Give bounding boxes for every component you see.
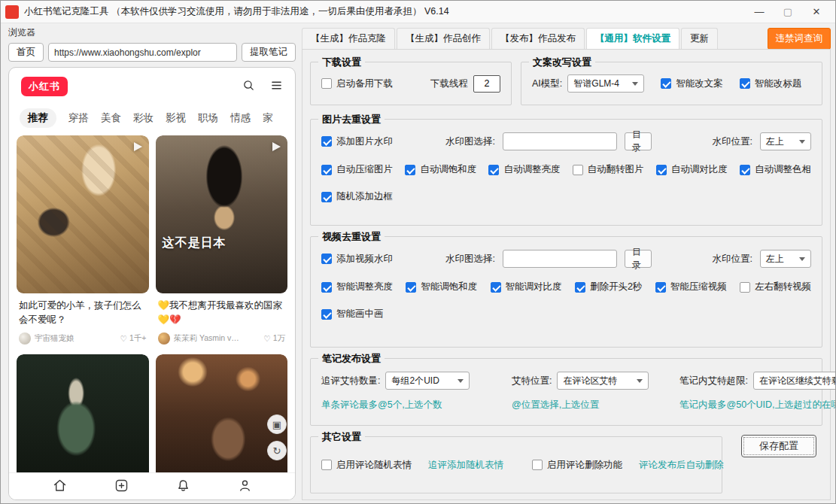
checkbox-random-emoji[interactable]: 启用评论随机表情 [321, 459, 412, 472]
site-tab-career[interactable]: 职场 [198, 111, 218, 125]
close-button[interactable]: ✕ [802, 2, 831, 23]
checkbox-comment-delete[interactable]: 启用评论删除功能 [532, 459, 622, 472]
banned-words-button[interactable]: 违禁词查询 [768, 28, 831, 50]
checkbox-label: 智能改文案 [676, 77, 723, 90]
select-value: 在评论区艾特 [563, 375, 617, 387]
plus-icon[interactable] [114, 478, 129, 496]
checkbox-box [488, 165, 499, 175]
save-config-button[interactable]: 保存配置 [741, 435, 816, 457]
checkbox-smart-saturation[interactable]: 智能调饱和度 [406, 281, 477, 293]
mention-count-select[interactable]: 每组2个UID [385, 372, 470, 390]
site-tab-makeup[interactable]: 彩妆 [133, 111, 154, 125]
like-count[interactable]: ♡ 1万 [263, 333, 285, 344]
video-watermark-dir-button[interactable]: 目录 [625, 250, 652, 268]
group-title: 笔记发布设置 [318, 352, 385, 366]
checkbox-smart-contrast[interactable]: 智能调对比度 [491, 281, 562, 293]
checkbox-smart-compress-video[interactable]: 智能压缩视频 [655, 281, 727, 293]
note-image: 这不是日本 [156, 135, 288, 293]
checkbox-box [321, 460, 332, 470]
checkbox-auto-compress-image[interactable]: 自动压缩图片 [321, 163, 393, 176]
site-tab-home[interactable]: 家 [263, 111, 273, 125]
checkbox-backup-download[interactable]: 启动备用下载 [321, 77, 393, 90]
tab-create[interactable]: 【生成】作品创作 [397, 28, 490, 49]
checkbox-label: 随机添加边框 [336, 190, 393, 203]
avatar [158, 332, 170, 345]
checkbox-smart-rewrite[interactable]: 智能改文案 [661, 77, 723, 90]
minimize-button[interactable]: — [745, 2, 774, 23]
menu-icon[interactable] [270, 79, 283, 94]
image-watermark-position-select[interactable]: 左上 [760, 132, 811, 150]
thread-count-input[interactable] [473, 75, 500, 93]
checkbox-image-watermark[interactable]: 添加图片水印 [321, 135, 393, 148]
site-tab-movies[interactable]: 影视 [166, 111, 186, 125]
window-title: 小红书笔记克隆工具 （本软件仅供学习交流使用，请勿用于非法用途，一切后果由使用者… [24, 5, 449, 18]
extract-note-button[interactable]: 提取笔记 [242, 43, 296, 62]
checkbox-auto-saturation[interactable]: 自动调饱和度 [405, 163, 476, 176]
site-tab-fashion[interactable]: 穿搭 [68, 111, 89, 125]
checkbox-flip-video[interactable]: 左右翻转视频 [740, 281, 811, 293]
checkbox-label: 自动翻转图片 [588, 163, 644, 176]
note-card[interactable]: 如此可爱的小羊，孩子们怎么会不爱呢？ 宇宙猫宠娘 ♡ 1千+ [17, 135, 149, 348]
profile-icon[interactable] [237, 478, 253, 496]
checkbox-label: 自动调整亮度 [503, 163, 560, 176]
checkbox-box [406, 282, 416, 293]
site-header-icons [242, 79, 283, 94]
mention-overflow-select[interactable]: 在评论区继续艾特剩余UID [753, 372, 836, 390]
video-dedup-group: 视频去重设置 添加视频水印 水印图选择: 目录 水印位置: 左上 智能调整亮 [310, 236, 822, 348]
video-watermark-position-select[interactable]: 左上 [760, 250, 811, 268]
tab-bar: 【生成】作品克隆 【生成】作品创作 【发布】作品发布 【通用】软件设置 更新 违… [302, 28, 831, 49]
image-dedup-group: 图片去重设置 添加图片水印 水印图选择: 目录 水印位置: 左上 自动压缩图 [310, 119, 822, 226]
xiaohongshu-logo[interactable]: 小红书 [21, 77, 68, 96]
checkbox-label: 添加图片水印 [336, 135, 393, 148]
checkbox-smart-brightness[interactable]: 智能调整亮度 [321, 281, 393, 293]
checkbox-auto-brightness[interactable]: 自动调整亮度 [488, 163, 560, 176]
mention-count-label: 追评艾特数量: [321, 375, 380, 387]
video-caption-text: 这不是日本 [163, 235, 226, 251]
refresh-icon[interactable]: ↻ [267, 441, 287, 460]
chevron-down-icon [632, 82, 638, 86]
site-header: 小红书 [9, 68, 295, 96]
bell-icon[interactable] [175, 478, 191, 496]
watermark-select-label: 水印图选择: [445, 253, 495, 266]
mention-count-hint: 单条评论最多@5个,上选个数 [321, 399, 506, 411]
tab-publish[interactable]: 【发布】作品发布 [491, 28, 585, 49]
heart-icon: ♡ [263, 334, 270, 343]
ai-model-select[interactable]: 智谱GLM-4 [567, 74, 644, 93]
search-icon[interactable] [242, 79, 255, 94]
site-tab-emotion[interactable]: 情感 [230, 111, 251, 125]
video-watermark-path-input[interactable] [503, 250, 617, 268]
url-input[interactable] [48, 43, 237, 62]
site-tab-food[interactable]: 美食 [101, 111, 121, 125]
tab-update[interactable]: 更新 [681, 28, 718, 49]
app-logo-icon [5, 5, 19, 19]
checkbox-auto-hue[interactable]: 自动调整色相 [740, 163, 811, 176]
chevron-down-icon [799, 257, 805, 261]
home-button[interactable]: 首页 [8, 43, 44, 62]
watermark-position-label: 水印位置: [712, 253, 752, 266]
image-watermark-path-input[interactable] [503, 132, 617, 150]
tab-clone[interactable]: 【生成】作品克隆 [302, 28, 395, 49]
checkbox-random-border[interactable]: 随机添加边框 [321, 190, 393, 203]
checkbox-picture-in-picture[interactable]: 智能画中画 [321, 308, 384, 320]
mention-overflow-hint: 笔记内最多@50个UID,上选超过的在哪里继续@ [679, 399, 836, 411]
checkbox-auto-flip-image[interactable]: 自动翻转图片 [573, 163, 644, 176]
image-icon[interactable]: ▣ [267, 414, 287, 434]
image-watermark-dir-button[interactable]: 目录 [625, 132, 652, 150]
random-emoji-hint: 追评添加随机表情 [428, 459, 503, 472]
maximize-button[interactable]: ▢ [774, 2, 802, 23]
checkbox-delete-intro[interactable]: 删除开头2秒 [575, 281, 642, 293]
checkbox-box [532, 460, 543, 470]
note-image [17, 135, 149, 293]
checkbox-video-watermark[interactable]: 添加视频水印 [321, 253, 393, 266]
like-count[interactable]: ♡ 1千+ [120, 333, 147, 344]
home-icon[interactable] [52, 478, 68, 496]
checkbox-label: 自动调对比度 [671, 163, 728, 176]
other-settings-group: 其它设置 启用评论随机表情 追评添加随机表情 启用评论删除功能 评论发布后自动删… [310, 436, 722, 493]
site-nav-tabs: 推荐 穿搭 美食 彩妆 影视 职场 情感 家 [9, 108, 295, 128]
note-card[interactable]: 这不是日本 💛我不想离开我最喜欢的国家💛💔 茱茉莉 Yasmin von R..… [156, 135, 288, 348]
mention-position-select[interactable]: 在评论区艾特 [557, 372, 649, 390]
site-tab-recommend[interactable]: 推荐 [20, 108, 56, 128]
checkbox-auto-contrast[interactable]: 自动调对比度 [656, 163, 728, 176]
checkbox-smart-title[interactable]: 智能改标题 [740, 77, 802, 90]
tab-settings[interactable]: 【通用】软件设置 [586, 28, 679, 49]
